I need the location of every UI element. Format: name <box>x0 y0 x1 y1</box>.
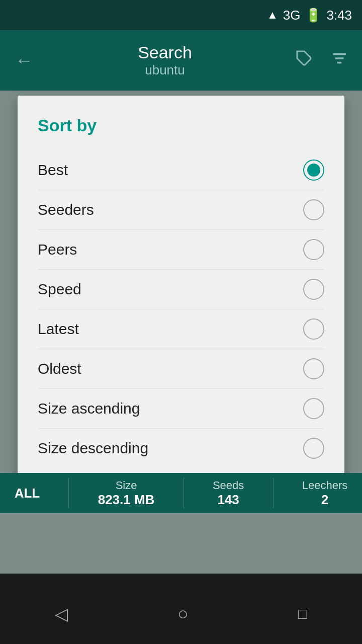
radio-circle-speed[interactable] <box>303 279 324 300</box>
tag-icon[interactable] <box>292 46 317 75</box>
leechers-label: Leechers <box>302 479 348 492</box>
radio-label-best: Best <box>38 162 68 179</box>
radio-circle-peers[interactable] <box>303 239 324 260</box>
radio-item-seeders[interactable]: Seeders <box>38 190 324 230</box>
radio-item-oldest[interactable]: Oldest <box>38 349 324 389</box>
radio-item-peers[interactable]: Peers <box>38 230 324 270</box>
divider-1 <box>68 478 69 508</box>
radio-item-size-descending[interactable]: Size descending <box>38 429 324 468</box>
main-content: Sort by Best Seeders Peers Speed Latest <box>0 91 362 574</box>
radio-label-speed: Speed <box>38 281 81 298</box>
all-label: ALL <box>15 486 40 501</box>
radio-circle-latest[interactable] <box>303 318 324 340</box>
seeds-value: 143 <box>217 492 239 508</box>
radio-circle-size-ascending[interactable] <box>303 398 324 419</box>
radio-item-speed[interactable]: Speed <box>38 270 324 309</box>
size-value: 823.1 MB <box>98 492 155 508</box>
app-bar-titles: Search ubuntu <box>48 43 282 78</box>
radio-label-latest: Latest <box>38 320 79 338</box>
app-bar-actions <box>292 46 352 75</box>
app-bar-title: Search <box>48 43 282 62</box>
radio-label-size-ascending: Size ascending <box>38 400 140 417</box>
radio-circle-oldest[interactable] <box>303 358 324 379</box>
sort-dialog: Sort by Best Seeders Peers Speed Latest <box>18 96 344 488</box>
size-label: Size <box>116 479 137 492</box>
radio-label-size-descending: Size descending <box>38 440 148 457</box>
bottom-bar: ALL Size 823.1 MB Seeds 143 Leechers 2 <box>0 473 362 513</box>
status-bar: ▲ 3G 🔋 3:43 <box>0 0 362 30</box>
signal-label: 3G <box>283 8 301 23</box>
radio-label-oldest: Oldest <box>38 360 81 377</box>
size-column: Size 823.1 MB <box>98 479 155 508</box>
radio-circle-size-descending[interactable] <box>303 438 324 459</box>
leechers-value: 2 <box>321 492 328 508</box>
radio-label-seeders: Seeders <box>38 201 94 218</box>
radio-label-peers: Peers <box>38 241 77 258</box>
app-bar-subtitle: ubuntu <box>48 62 282 78</box>
battery-icon: 🔋 <box>305 8 321 23</box>
radio-circle-seeders[interactable] <box>303 199 324 220</box>
radio-item-best[interactable]: Best <box>38 150 324 190</box>
time-display: 3:43 <box>326 8 352 23</box>
signal-icon: ▲ <box>267 9 278 22</box>
divider-2 <box>184 478 184 508</box>
divider-3 <box>273 478 274 508</box>
radio-circle-best[interactable] <box>303 159 324 181</box>
radio-item-latest[interactable]: Latest <box>38 309 324 349</box>
leechers-column: Leechers 2 <box>302 479 348 508</box>
nav-back-icon[interactable]: ◁ <box>35 596 88 631</box>
app-bar: ← Search ubuntu <box>0 30 362 91</box>
seeds-column: Seeds 143 <box>213 479 244 508</box>
nav-home-icon[interactable]: ○ <box>157 596 209 632</box>
back-button[interactable]: ← <box>10 45 38 76</box>
nav-recent-icon[interactable]: □ <box>278 598 327 630</box>
all-column[interactable]: ALL <box>15 486 40 501</box>
radio-item-size-ascending[interactable]: Size ascending <box>38 389 324 429</box>
dialog-title: Sort by <box>38 116 324 135</box>
seeds-label: Seeds <box>213 479 244 492</box>
nav-bar: ◁ ○ □ <box>0 584 362 644</box>
sort-filter-icon[interactable] <box>327 46 352 75</box>
